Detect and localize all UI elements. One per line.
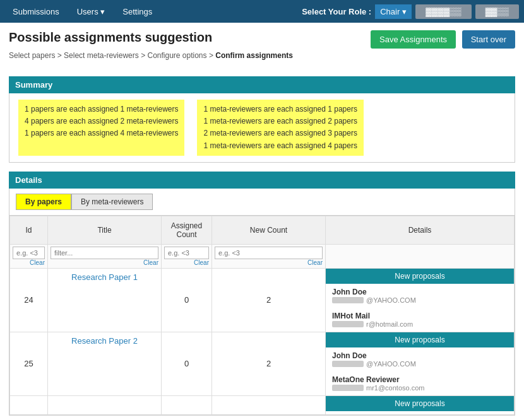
nav-submissions[interactable]: Submissions: [5, 3, 67, 20]
navbar: Submissions Users Settings Select Your R…: [0, 0, 524, 23]
action-buttons: Save Assignments Start over: [371, 30, 515, 49]
cell-assigned-1: 0: [162, 332, 212, 395]
filter-details-cell: [326, 244, 515, 268]
reviewer-email-1-1: mr1@contoso.com: [332, 384, 508, 392]
cell-id-0: 24: [10, 268, 48, 332]
email-suffix-1-0: @YAHOO.COM: [366, 360, 416, 368]
reviewer-1-0: John Doe @YAHOO.COM: [326, 347, 514, 371]
breadcrumb: Select papers > Select meta-reviewers > …: [9, 51, 293, 60]
proposals-bar-1: New proposals: [326, 332, 514, 347]
reviewer-0-0: John Doe @YAHOO.COM: [326, 284, 514, 308]
cell-details-0: New proposals John Doe @YAHOO.COM IMHot …: [326, 268, 515, 332]
reviewer-email-0-0: @YAHOO.COM: [332, 296, 508, 304]
email-blur-1-0: [332, 361, 364, 367]
email-suffix-0-1: r@hotmail.com: [366, 320, 413, 328]
filter-new-clear[interactable]: Clear: [215, 259, 323, 266]
reviewer-1-1: MetaOne Reviewer mr1@contoso.com: [326, 371, 514, 395]
filter-id-input[interactable]: [13, 247, 45, 259]
breadcrumb-step-3[interactable]: Configure options: [147, 51, 206, 60]
col-new-count: New Count: [212, 216, 326, 244]
cell-new-0: 2: [212, 268, 326, 332]
cell-new-1: 2: [212, 332, 326, 395]
table-header-row: Id Title Assigned Count New Count Detail…: [10, 216, 515, 244]
tab-bar: By papers By meta-reviewers: [9, 189, 515, 216]
reviewer-email-0-1: r@hotmail.com: [332, 320, 508, 328]
tab-by-meta-reviewers[interactable]: By meta-reviewers: [71, 194, 153, 210]
reviewer-name-0-0: John Doe: [332, 288, 508, 296]
cell-details-1: New proposals John Doe @YAHOO.COM MetaOn…: [326, 332, 515, 395]
options-dropdown[interactable]: ▓▓▒▒: [475, 4, 519, 19]
reviewer-name-1-1: MetaOne Reviewer: [332, 375, 508, 384]
reviewer-email-1-0: @YAHOO.COM: [332, 360, 508, 368]
details-header: Details: [9, 172, 515, 189]
summary-right: 1 meta-reviewers are each assigned 1 pap…: [197, 100, 363, 156]
table-row: New proposals: [10, 395, 515, 414]
page-content: Possible assignments suggestion Select p…: [0, 23, 524, 420]
role-label: Select Your Role :: [302, 7, 371, 16]
summary-body: 1 papers are each assigned 1 meta-review…: [9, 93, 515, 163]
user-menu-dropdown[interactable]: ▓▓▓▓▒▒: [415, 4, 471, 19]
cell-title-0[interactable]: Research Paper 1: [48, 268, 162, 332]
breadcrumb-step-1[interactable]: Select papers: [9, 51, 55, 60]
filter-title-cell: Clear: [48, 244, 162, 268]
nav-settings[interactable]: Settings: [115, 3, 160, 20]
proposals-bar-2: New proposals: [326, 396, 514, 411]
filter-new-input[interactable]: [215, 247, 323, 259]
role-dropdown[interactable]: Chair: [375, 4, 412, 19]
nav-users[interactable]: Users: [69, 3, 113, 20]
col-id: Id: [10, 216, 48, 244]
email-blur-0-1: [332, 321, 364, 327]
details-section: Details By papers By meta-reviewers Id T…: [9, 172, 515, 416]
filter-row: Clear Clear Clear Clear: [10, 244, 515, 268]
col-details: Details: [326, 216, 515, 244]
filter-assigned-cell: Clear: [162, 244, 212, 268]
reviewer-name-0-1: IMHot Mail: [332, 312, 508, 320]
email-blur-0-0: [332, 297, 364, 303]
filter-id-cell: Clear: [10, 244, 48, 268]
tab-by-papers[interactable]: By papers: [16, 194, 71, 210]
filter-id-clear[interactable]: Clear: [13, 259, 45, 266]
reviewer-name-1-0: John Doe: [332, 351, 508, 360]
proposals-bar-0: New proposals: [326, 269, 514, 284]
filter-title-clear[interactable]: Clear: [51, 259, 158, 266]
cell-new-2: [212, 395, 326, 414]
email-suffix-0-0: @YAHOO.COM: [366, 296, 416, 304]
filter-assigned-clear[interactable]: Clear: [164, 259, 209, 266]
summary-section: Summary 1 papers are each assigned 1 met…: [9, 76, 515, 163]
reviewer-0-1: IMHot Mail r@hotmail.com: [326, 308, 514, 332]
col-assigned-count: Assigned Count: [162, 216, 212, 244]
col-title: Title: [48, 216, 162, 244]
cell-title-1[interactable]: Research Paper 2: [48, 332, 162, 395]
summary-right-item-0: 1 meta-reviewers are each assigned 1 pap…: [203, 103, 357, 115]
table-container: Id Title Assigned Count New Count Detail…: [9, 216, 515, 416]
save-assignments-button[interactable]: Save Assignments: [371, 30, 456, 49]
summary-left: 1 papers are each assigned 1 meta-review…: [18, 100, 184, 156]
role-selector: Select Your Role : Chair ▓▓▓▓▒▒ ▓▓▒▒: [302, 4, 519, 19]
breadcrumb-sep-1: >: [57, 51, 64, 60]
cell-title-2: [48, 395, 162, 414]
summary-left-item-1: 4 papers are each assigned 2 meta-review…: [25, 115, 178, 127]
filter-new-cell: Clear: [212, 244, 326, 268]
summary-right-item-2: 2 meta-reviewers are each assigned 3 pap…: [203, 127, 357, 139]
email-blur-1-1: [332, 385, 364, 391]
title-breadcrumb-block: Possible assignments suggestion Select p…: [9, 30, 293, 69]
start-over-button[interactable]: Start over: [462, 30, 515, 49]
summary-left-item-0: 1 papers are each assigned 1 meta-review…: [25, 103, 178, 115]
filter-title-input[interactable]: [51, 247, 158, 259]
summary-left-item-2: 1 papers are each assigned 4 meta-review…: [25, 127, 178, 139]
breadcrumb-sep-2: >: [141, 51, 147, 60]
table-row: 25 Research Paper 2 0 2 New proposals Jo…: [10, 332, 515, 395]
page-header: Possible assignments suggestion Select p…: [9, 30, 515, 69]
filter-assigned-input[interactable]: [164, 247, 209, 259]
cell-id-2: [10, 395, 48, 414]
breadcrumb-step-2[interactable]: Select meta-reviewers: [64, 51, 139, 60]
assignments-table: Id Title Assigned Count New Count Detail…: [9, 216, 515, 415]
cell-details-2: New proposals: [326, 395, 515, 414]
page-title: Possible assignments suggestion: [9, 30, 293, 45]
email-suffix-1-1: mr1@contoso.com: [366, 384, 424, 392]
cell-id-1: 25: [10, 332, 48, 395]
summary-header: Summary: [9, 76, 515, 93]
table-row: 24 Research Paper 1 0 2 New proposals Jo…: [10, 268, 515, 332]
cell-assigned-2: [162, 395, 212, 414]
breadcrumb-sep-3: >: [209, 51, 215, 60]
